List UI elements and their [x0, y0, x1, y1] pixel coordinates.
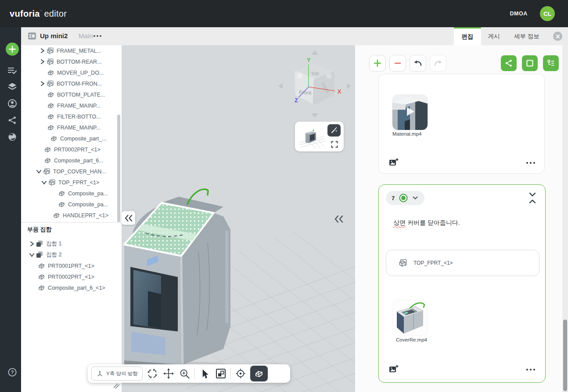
add-image-button[interactable] [389, 364, 399, 374]
tree-item[interactable]: FRAME_MAINP... [21, 100, 122, 111]
logo-trademark: · [40, 8, 42, 13]
auto-target-button[interactable] [327, 124, 341, 137]
chevron-down-icon[interactable] [41, 180, 47, 185]
pan-tool[interactable] [162, 367, 175, 380]
tree-scrollbar-thumb[interactable] [117, 115, 120, 222]
card-more-menu[interactable] [526, 369, 535, 370]
logo-word-vuforia: vuforia [10, 9, 40, 18]
card-more-menu[interactable] [526, 162, 535, 164]
help-rail-button[interactable]: ? [6, 366, 18, 378]
svg-text:?: ? [11, 370, 14, 375]
tree-item[interactable]: FILTER-BOTTO... [21, 111, 122, 122]
tree-item[interactable]: MOVER_UP_DO... [21, 67, 122, 78]
orbit-tool[interactable] [146, 367, 159, 380]
add-button[interactable] [6, 43, 19, 56]
collapse-inspector-button[interactable] [333, 214, 345, 224]
tree-item[interactable]: FRAME_MAINP... [21, 122, 122, 133]
tab-edit[interactable]: 편집 [454, 27, 481, 45]
chevron-right-icon[interactable] [29, 241, 35, 247]
toolbar-divider [194, 368, 195, 379]
step-number-dropdown[interactable]: 7 [386, 191, 424, 205]
part-set-item[interactable]: 집합 1 [21, 238, 122, 249]
share-rail-button[interactable] [6, 114, 18, 126]
part-icon [58, 201, 65, 208]
vuforia-logo: vuforia·editor [10, 9, 67, 19]
tree-item[interactable]: BOTTOM_PLATE... [21, 89, 122, 100]
resize-handle[interactable] [113, 382, 120, 388]
zoom-tool[interactable] [178, 367, 191, 380]
video-thumbnail[interactable] [392, 95, 428, 130]
part-icon [47, 102, 54, 109]
project-more-menu[interactable] [93, 35, 101, 37]
tree-item[interactable]: HANDLEPRT_<1> [21, 210, 122, 221]
tree-item[interactable]: TOP_FPRT_<1> [21, 177, 122, 188]
part-icon [58, 190, 65, 197]
tree-item[interactable]: BOTTOM-REAR... [21, 56, 122, 67]
tree-item[interactable]: Composite_part_... [21, 133, 122, 144]
collapse-card-button[interactable] [528, 192, 537, 204]
chevron-down-icon[interactable] [36, 169, 42, 174]
target-preview-thumbnail[interactable] [296, 123, 327, 150]
part-set-item[interactable]: Composite_part_6_<1> [21, 282, 122, 293]
share-procedure-button[interactable] [501, 55, 517, 71]
step-card-media[interactable]: Material.mp4 [378, 74, 545, 174]
tree-item[interactable]: PRT0002PRT_<1> [21, 144, 122, 155]
expand-preview-button[interactable] [330, 140, 339, 149]
part-icon [47, 91, 54, 98]
chevron-right-icon[interactable] [40, 59, 45, 65]
undo-button[interactable] [410, 55, 426, 72]
collapse-tree-button[interactable] [122, 211, 135, 225]
tree-item[interactable]: BOTTOM-FRON... [21, 78, 122, 89]
part-set-item[interactable]: PRT0001PRT_<1> [21, 260, 122, 271]
part-icon [38, 262, 45, 270]
focus-target-tool[interactable] [234, 367, 247, 380]
layers-rail-button[interactable] [6, 81, 18, 93]
view-mode-tool[interactable] [214, 367, 227, 380]
tree-item[interactable]: FRAME_METAL... [21, 45, 122, 56]
part-set-item[interactable]: 집합 2 [21, 249, 122, 260]
profile-rail-button[interactable] [6, 97, 18, 110]
part-icon [53, 212, 60, 219]
org-name: DMOA [510, 11, 528, 17]
chevron-right-icon[interactable] [40, 81, 45, 86]
chevron-down-icon[interactable] [29, 252, 35, 258]
publish-rail-button[interactable] [6, 131, 18, 143]
part-icon [38, 273, 45, 281]
tree-item[interactable]: TOP_COVER_HAN... [21, 166, 122, 177]
tree-item[interactable]: Composite_pa... [21, 199, 122, 210]
chevron-right-icon[interactable] [40, 48, 45, 54]
step-card-selected[interactable]: 7 상면 커버를 닫아줍니다. TOP_FPRT_<1> [378, 184, 546, 383]
select-tool[interactable] [198, 367, 211, 380]
close-button[interactable] [553, 32, 562, 41]
user-avatar[interactable]: CL [540, 6, 555, 21]
plus-icon [373, 59, 382, 68]
assembly-icon [47, 58, 54, 65]
tab-publish[interactable]: 게시 [484, 27, 504, 45]
tree-item[interactable]: Composite_pa... [21, 188, 122, 199]
help-icon: ? [7, 367, 18, 378]
tree-item[interactable]: Composite_part_6... [21, 155, 122, 166]
video-thumbnail[interactable] [392, 300, 428, 335]
axis-direction-button[interactable]: Y축 양의 방향 [91, 367, 143, 381]
project-panel-icon[interactable] [28, 32, 36, 40]
checklist-rail-button[interactable] [6, 65, 18, 77]
frame-view-button[interactable] [522, 55, 538, 71]
linked-part-chip[interactable]: TOP_FPRT_<1> [386, 250, 539, 276]
globe-icon [7, 132, 18, 142]
inspector-scrollbar-thumb[interactable] [563, 320, 567, 391]
tab-details[interactable]: 세부 정보 [506, 27, 548, 45]
step-instruction-text[interactable]: 상면 커버를 닫아줍니다. [393, 219, 460, 227]
viewport-3d-canvas[interactable]: Top Front Right Y X Z [122, 45, 355, 392]
media-filename: Material.mp4 [392, 131, 421, 137]
remove-step-button[interactable] [389, 55, 406, 72]
part-manipulate-tool-active[interactable] [250, 366, 268, 381]
add-image-button[interactable] [389, 158, 399, 167]
add-step-button[interactable] [369, 55, 386, 72]
redo-button-disabled[interactable] [430, 55, 446, 72]
part-set-item[interactable]: PRT0002PRT_<1> [21, 271, 122, 282]
square-icon [526, 59, 534, 67]
undo-icon [413, 58, 423, 68]
step-flow-button[interactable] [543, 55, 559, 71]
project-name: Up mini2 [40, 32, 68, 40]
3d-scene: Top Front Right Y X Z [122, 45, 355, 392]
